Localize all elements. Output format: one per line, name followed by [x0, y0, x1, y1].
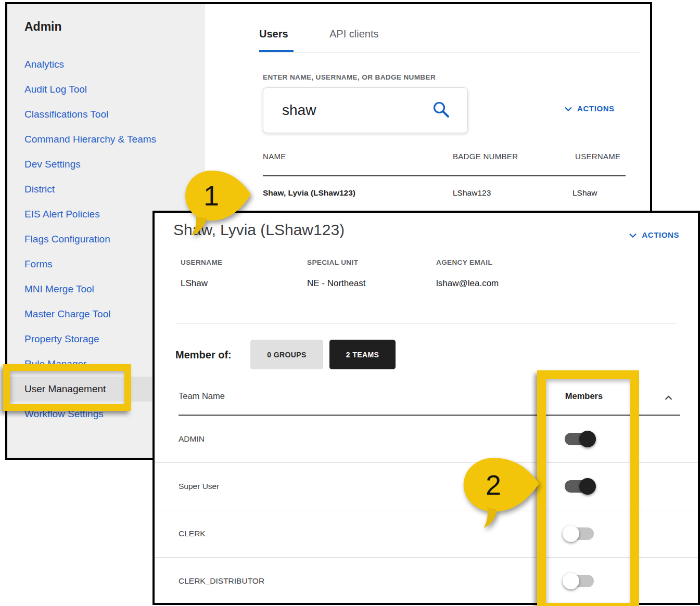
column-header-team-name: Team Name [179, 391, 225, 401]
user-search-box[interactable] [263, 87, 468, 133]
team-name-label: CLERK_DISTRIBUTOR [179, 558, 264, 604]
member-of-label: Member of: [175, 349, 232, 361]
user-search-input[interactable] [281, 98, 424, 122]
users-actions-label: ACTIONS [577, 104, 615, 113]
teams-button[interactable]: 2 TEAMS [329, 340, 396, 369]
users-actions-button[interactable]: ACTIONS [565, 104, 615, 113]
team-name-label: ADMIN [179, 416, 205, 462]
tab-divider [259, 52, 641, 53]
detail-actions-button[interactable]: ACTIONS [629, 230, 679, 239]
user-row-name[interactable]: Shaw, Lyvia (LShaw123) [263, 188, 355, 198]
field-value-username: LShaw [181, 278, 208, 289]
users-table-header-line [263, 175, 626, 176]
user-row-badge: LShaw123 [453, 188, 491, 198]
team-name-label: CLERK [179, 510, 206, 557]
field-value-agency-email: lshaw@lea.com [436, 278, 499, 289]
sidebar-item-audit-log-tool[interactable]: Audit Log Tool [24, 77, 205, 102]
field-value-special-unit: NE - Northeast [307, 278, 365, 289]
screenshot-canvas: Admin AnalyticsAudit Log ToolClassificat… [0, 0, 700, 606]
column-header-username: USERNAME [575, 152, 620, 161]
tab-users[interactable]: Users [259, 28, 288, 40]
user-row-username: LShaw [572, 188, 597, 198]
column-header-badge: BADGE NUMBER [453, 152, 518, 161]
callout-number-2: 2 [461, 457, 526, 513]
field-label-username: USERNAME [181, 259, 222, 266]
highlight-box-members-column [537, 370, 639, 606]
field-label-agency-email: AGENCY EMAIL [436, 259, 492, 266]
sidebar-item-classifications-tool[interactable]: Classifications Tool [24, 102, 205, 127]
callout-number-1: 1 [183, 170, 239, 222]
column-header-name: NAME [263, 152, 286, 161]
sort-ascending-icon[interactable] [665, 393, 672, 403]
field-label-special-unit: SPECIAL UNIT [307, 259, 358, 266]
sidebar-item-dev-settings[interactable]: Dev Settings [24, 152, 205, 177]
team-name-label: Super User [179, 463, 219, 510]
chevron-down-icon [565, 104, 572, 113]
sidebar-item-district[interactable]: District [24, 177, 205, 202]
sidebar-item-analytics[interactable]: Analytics [24, 52, 205, 77]
groups-button[interactable]: 0 GROUPS [250, 340, 323, 369]
section-divider [175, 324, 677, 324]
search-icon[interactable] [432, 100, 451, 121]
sidebar-title: Admin [24, 20, 62, 34]
tab-api-clients[interactable]: API clients [329, 28, 378, 40]
search-field-label: ENTER NAME, USERNAME, OR BADGE NUMBER [263, 73, 436, 81]
chevron-down-icon [629, 230, 637, 239]
detail-actions-label: ACTIONS [642, 230, 679, 239]
sidebar-item-command-hierarchy-teams[interactable]: Command Hierarchy & Teams [24, 127, 205, 152]
highlight-box-user-management [3, 364, 131, 411]
